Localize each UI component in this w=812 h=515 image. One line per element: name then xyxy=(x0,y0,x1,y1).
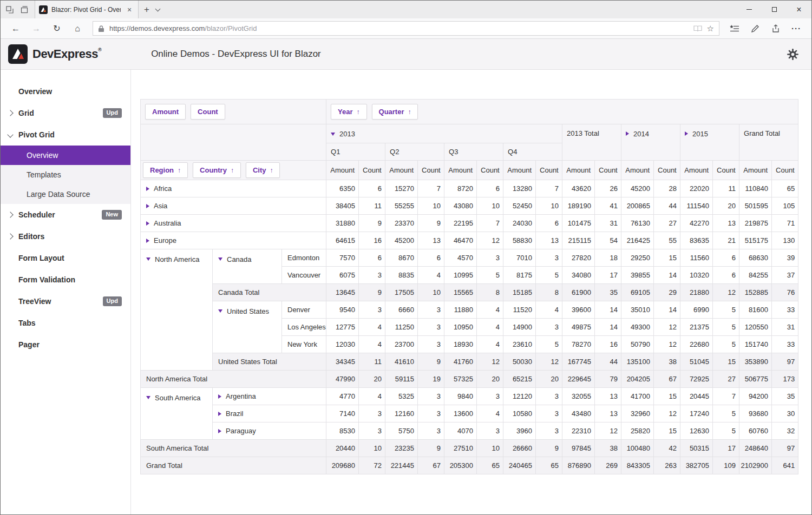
sidebar-item-grid[interactable]: GridUpd xyxy=(1,102,130,124)
tab-list-chevron-icon[interactable] xyxy=(155,6,160,11)
sidebar-item-scheduler[interactable]: SchedulerNew xyxy=(1,204,130,226)
sidebar-item-treeview[interactable]: TreeViewUpd xyxy=(1,290,130,312)
browser-tab[interactable]: Blazor: Pivot Grid - Overview × xyxy=(35,1,139,18)
expand-arrow-icon[interactable] xyxy=(218,394,221,399)
expand-arrow-icon[interactable] xyxy=(146,221,149,226)
value-cell: 71 xyxy=(772,215,798,232)
value-cell: 5 xyxy=(713,301,739,319)
value-cell: 65 xyxy=(477,457,503,474)
value-cell: 8720 xyxy=(444,180,477,197)
value-cell: 20 xyxy=(713,197,739,215)
value-cell: 65215 xyxy=(503,371,536,388)
refresh-button[interactable]: ↻ xyxy=(47,21,67,37)
value-cell: 4 xyxy=(477,319,503,336)
expand-arrow-icon[interactable] xyxy=(626,131,629,136)
value-cell: 14 xyxy=(595,319,621,336)
value-cell: 9 xyxy=(359,284,385,301)
value-cell: 13 xyxy=(595,388,621,405)
value-cell: 10 xyxy=(418,197,444,215)
set-tabs-aside-icon[interactable] xyxy=(21,6,28,14)
row-header-cell: Paraguay xyxy=(213,422,326,440)
sidebar-item-overview[interactable]: Overview xyxy=(1,81,130,102)
expand-arrow-icon[interactable] xyxy=(685,131,688,136)
value-cell: 55255 xyxy=(385,197,418,215)
sidebar-item-editors[interactable]: Editors xyxy=(1,226,130,247)
value-cell: 135100 xyxy=(621,353,654,371)
collapse-arrow-icon[interactable] xyxy=(331,133,335,136)
value-cell: 44 xyxy=(595,353,621,371)
sidebar-subitem-templates[interactable]: Templates xyxy=(1,165,130,184)
sidebar-item-pivot-grid[interactable]: Pivot Grid xyxy=(1,124,130,146)
value-cell: 41 xyxy=(595,197,621,215)
settings-gear-icon[interactable] xyxy=(786,48,800,61)
row-group: North America xyxy=(146,255,199,263)
reading-view-icon[interactable] xyxy=(693,25,702,32)
region-field-button[interactable]: Region↑ xyxy=(143,162,188,178)
share-icon[interactable] xyxy=(766,21,785,37)
hub-favorites-icon[interactable] xyxy=(725,21,744,37)
value-cell: 50030 xyxy=(503,353,536,371)
value-cell: 27820 xyxy=(562,249,595,267)
sidebar-subitem-large-data-source[interactable]: Large Data Source xyxy=(1,184,130,204)
row-header-label: New York xyxy=(287,340,317,348)
lock-icon[interactable] xyxy=(98,25,104,32)
sidebar-item-tabs[interactable]: Tabs xyxy=(1,312,130,334)
sidebar-item-form-validation[interactable]: Form Validation xyxy=(1,269,130,290)
sidebar-item-form-layout[interactable]: Form Layout xyxy=(1,247,130,269)
country-field-button[interactable]: Country↑ xyxy=(193,162,241,178)
value-cell: 39600 xyxy=(562,301,595,319)
row-header-label: North America Total xyxy=(146,375,207,383)
address-bar[interactable]: https://demos.devexpress.com/blazor/Pivo… xyxy=(93,21,719,36)
expand-arrow-icon[interactable] xyxy=(146,187,149,191)
sidebar-subitem-overview[interactable]: Overview xyxy=(1,146,130,165)
value-cell: 64615 xyxy=(326,232,359,249)
minimize-button[interactable] xyxy=(737,1,762,18)
expand-arrow-icon[interactable] xyxy=(146,204,149,208)
value-cell: 17 xyxy=(713,440,739,457)
collapse-arrow-icon[interactable] xyxy=(218,258,222,261)
value-cell: 12 xyxy=(477,353,503,371)
sidebar-item-label: Editors xyxy=(18,232,44,241)
count-field-button[interactable]: Count xyxy=(191,104,225,120)
city-field-button[interactable]: City↑ xyxy=(246,162,280,178)
value-cell: 9 xyxy=(359,215,385,232)
new-tab-button[interactable]: + xyxy=(144,5,149,14)
value-cell: 14900 xyxy=(503,319,536,336)
expand-arrow-icon[interactable] xyxy=(218,412,221,416)
devexpress-logo[interactable]: DevExpress® xyxy=(8,44,101,64)
tab-preview-icon[interactable] xyxy=(6,6,14,14)
pivot-grid-table: AmountCountYear↑Quarter↑20132013 Total20… xyxy=(140,99,798,474)
value-cell: 4 xyxy=(477,336,503,353)
value-cell: 4770 xyxy=(326,388,359,405)
maximize-button[interactable] xyxy=(762,1,787,18)
value-cell: 57325 xyxy=(444,371,477,388)
close-button[interactable]: × xyxy=(787,1,811,18)
value-cell: 97845 xyxy=(562,440,595,457)
expand-arrow-icon[interactable] xyxy=(146,239,149,243)
collapse-arrow-icon[interactable] xyxy=(146,258,150,261)
value-cell: 506775 xyxy=(739,371,772,388)
quarter-field-button[interactable]: Quarter↑ xyxy=(372,104,418,120)
home-button[interactable]: ⌂ xyxy=(68,21,87,37)
tab-close-icon[interactable]: × xyxy=(125,5,134,15)
row-header-label: Asia xyxy=(154,202,167,210)
amount-field-button[interactable]: Amount xyxy=(145,104,186,120)
pivot-row: Brazil7140312160313600410580343480133296… xyxy=(141,405,798,422)
expand-arrow-icon[interactable] xyxy=(218,429,221,433)
favorite-star-icon[interactable]: ☆ xyxy=(707,24,714,34)
value-cell: 9 xyxy=(418,215,444,232)
app-body: OverviewGridUpdPivot GridOverviewTemplat… xyxy=(1,70,811,514)
collapse-arrow-icon[interactable] xyxy=(146,396,150,399)
main-content: AmountCountYear↑Quarter↑20132013 Total20… xyxy=(131,70,811,514)
more-options-icon[interactable]: ··· xyxy=(787,21,806,37)
collapse-arrow-icon[interactable] xyxy=(218,309,222,313)
year-field-button[interactable]: Year↑ xyxy=(331,104,366,120)
value-cell: 8 xyxy=(536,284,562,301)
pivot-row: Canada Total1364591750510155658151858619… xyxy=(141,284,798,301)
value-cell: 10320 xyxy=(680,267,713,284)
web-note-pen-icon[interactable] xyxy=(745,21,765,37)
forward-button[interactable]: → xyxy=(27,21,46,37)
back-button[interactable]: ← xyxy=(6,21,25,37)
sidebar-item-pager[interactable]: Pager xyxy=(1,334,130,355)
value-cell: 501595 xyxy=(739,197,772,215)
